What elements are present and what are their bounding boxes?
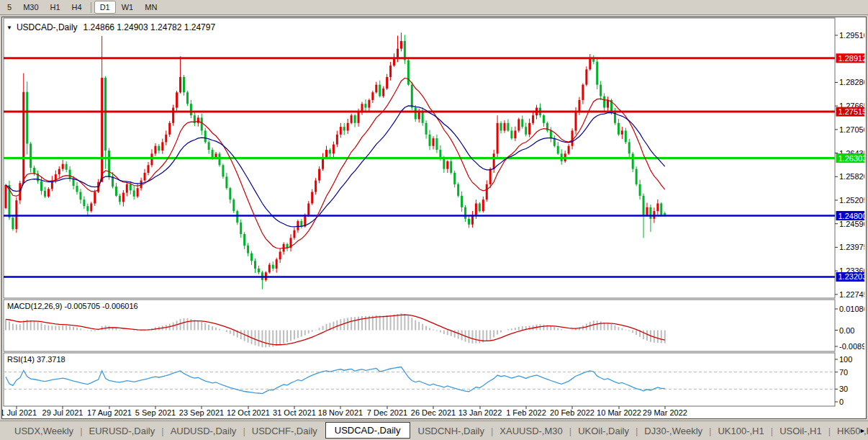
- toolbar-separator: [91, 2, 91, 13]
- tabs-scroll-right-icon[interactable]: ►: [859, 427, 866, 434]
- rsi-tick-label: 30: [839, 385, 848, 393]
- date-axis: 11 Jul 202129 Jul 202117 Aug 20215 Sep 2…: [2, 406, 687, 417]
- timeframe-button-D1[interactable]: D1: [94, 1, 116, 14]
- timeframe-button-H4[interactable]: H4: [66, 1, 88, 14]
- symbol-tab-usdcad-daily[interactable]: USDCAD-,Daily: [325, 422, 410, 439]
- timeframe-toolbar: 5M30H1H4D1W1MN: [0, 0, 868, 15]
- symbol-tab-dj30-weekly[interactable]: DJ30-,Weekly: [638, 423, 708, 439]
- date-tick-label: 18 Nov 2021: [318, 408, 363, 417]
- price-level-badge-label: 1.27515: [838, 107, 865, 116]
- timeframe-button-W1[interactable]: W1: [116, 1, 140, 14]
- symbol-tab-usoil-h1[interactable]: USOil-,H1: [774, 423, 828, 439]
- date-tick-label: 7 Dec 2021: [367, 408, 407, 417]
- price-chart-canvas[interactable]: 1.295101.282801.276651.270501.264351.258…: [2, 17, 864, 417]
- tabs-scroll-left-icon[interactable]: ◄: [846, 427, 853, 434]
- symbol-tab-usdchf-daily[interactable]: USDCHF-,Daily: [246, 423, 323, 439]
- timeframe-button-M30[interactable]: M30: [17, 1, 44, 14]
- date-tick-label: 5 Sep 2021: [135, 408, 176, 417]
- chart-window: ▼USDCAD-,Daily1.24866 1.24903 1.24782 1.…: [1, 17, 867, 419]
- price-level-badge-label: 1.24800: [838, 212, 865, 220]
- date-tick-label: 1 Feb 2022: [506, 408, 546, 417]
- mt4-terminal: { "toolbar": { "items": [ {"label":"5","…: [0, 0, 868, 440]
- date-tick-label: 31 Oct 2021: [273, 408, 316, 417]
- rsi-indicator-label: RSI(14) 37.3718: [7, 355, 65, 364]
- rsi-pane: [4, 353, 835, 406]
- price-tick-label: 1.25820: [839, 172, 864, 181]
- price-tick-label: 1.29510: [839, 31, 864, 40]
- chart-title: USDCAD-,Daily: [17, 22, 78, 32]
- price-level-badge-label: 1.26303: [838, 154, 865, 163]
- chart-dropdown-icon[interactable]: ▼: [6, 24, 12, 31]
- symbol-tab-usdx-weekly[interactable]: USDX,Weekly: [9, 423, 79, 439]
- timeframe-button-MN[interactable]: MN: [139, 1, 163, 14]
- price-level-badge-label: 1.28912: [838, 54, 865, 63]
- price-level-badge-label: 1.23203: [838, 272, 865, 281]
- rsi-tick-label: 100: [839, 355, 852, 364]
- macd-tick-label: -0.00897: [839, 342, 864, 351]
- tab-scroll-arrows: ◄ ►: [846, 427, 866, 434]
- date-tick-label: 23 Sep 2021: [179, 408, 224, 417]
- timeframe-button-5[interactable]: 5: [1, 1, 17, 14]
- rsi-tick-label: 0: [839, 398, 844, 406]
- date-tick-label: 29 Mar 2022: [643, 408, 687, 417]
- rsi-tick-label: 70: [839, 368, 848, 377]
- price-tick-label: 1.24590: [839, 220, 864, 228]
- date-tick-label: 17 Aug 2021: [87, 408, 132, 417]
- timeframe-button-H1[interactable]: H1: [45, 1, 66, 14]
- price-tick-label: 1.25205: [839, 196, 864, 205]
- price-tick-label: 1.23975: [839, 243, 864, 251]
- price-tick-label: 1.22745: [839, 290, 864, 299]
- symbol-tab-xauusd-m30[interactable]: XAUUSD-,M30: [494, 423, 568, 439]
- price-tick-label: 1.27050: [839, 125, 864, 134]
- macd-tick-label: 0.010869: [839, 305, 864, 313]
- macd-tick-label: 0.00: [839, 326, 854, 335]
- price-tick-label: 1.28280: [839, 78, 864, 86]
- symbol-tab-uk100-h1[interactable]: UK100-,H1: [712, 423, 769, 439]
- date-tick-label: 26 Dec 2021: [411, 408, 456, 417]
- symbol-tab-usdcnh-daily[interactable]: USDCNH-,Daily: [412, 423, 490, 439]
- macd-axis: 0.0108690.00-0.00897: [835, 305, 864, 351]
- date-tick-label: 11 Jul 2021: [2, 408, 37, 417]
- price-axis: 1.295101.282801.276651.270501.264351.258…: [835, 31, 864, 299]
- symbol-tab-audusd-daily[interactable]: AUDUSD-,Daily: [165, 423, 243, 439]
- date-tick-label: 20 Feb 2022: [550, 408, 595, 417]
- date-tick-label: 13 Jan 2022: [458, 408, 502, 417]
- macd-indicator-label: MACD(12,26,9) -0.005705 -0.006016: [7, 302, 138, 310]
- symbol-tab-ukoil-daily[interactable]: UKOil-,Daily: [572, 423, 635, 439]
- chart-ohlc-values: 1.24866 1.24903 1.24782 1.24797: [83, 22, 216, 32]
- symbol-tab-bar: USDX,Weekly|EURUSD-,Daily|AUDUSD-,Daily|…: [0, 421, 868, 440]
- date-tick-label: 10 Mar 2022: [597, 408, 641, 417]
- date-tick-label: 29 Jul 2021: [42, 408, 83, 417]
- symbol-tab-eurusd-daily[interactable]: EURUSD-,Daily: [83, 423, 161, 439]
- chart-title-line: ▼USDCAD-,Daily1.24866 1.24903 1.24782 1.…: [6, 22, 215, 32]
- date-tick-label: 12 Oct 2021: [227, 408, 270, 417]
- rsi-axis: 10070300: [835, 355, 852, 406]
